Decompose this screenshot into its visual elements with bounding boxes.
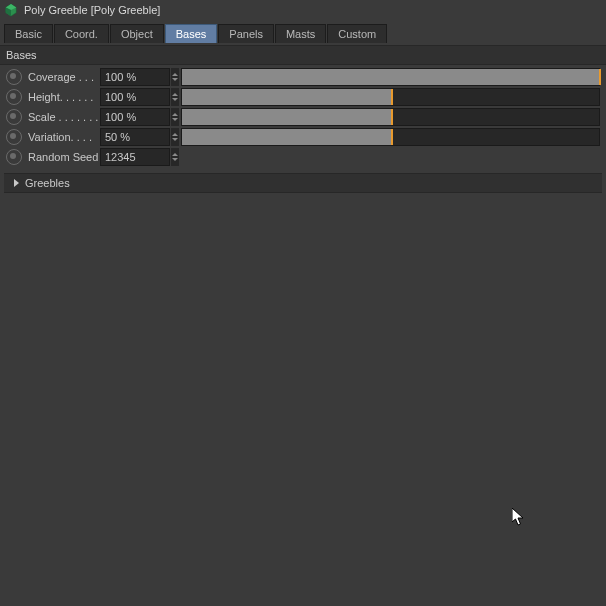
value-input[interactable]: 100 %: [100, 88, 170, 106]
spinner-control[interactable]: [171, 88, 179, 106]
slider-track[interactable]: [181, 88, 600, 106]
plugin-icon: [4, 3, 18, 17]
tab-basic[interactable]: Basic: [4, 24, 53, 43]
slider-track[interactable]: [181, 68, 600, 86]
expander-greebles[interactable]: Greebles: [4, 173, 602, 193]
mouse-cursor-icon: [512, 508, 528, 528]
triangle-right-icon: [14, 179, 19, 187]
prop-label: Scale . . . . . . .: [28, 111, 100, 123]
slider-track[interactable]: [181, 128, 600, 146]
window-title: Poly Greeble [Poly Greeble]: [24, 4, 160, 16]
slider-fill: [182, 129, 391, 145]
radio-icon[interactable]: [6, 129, 22, 145]
section-header-bases: Bases: [0, 45, 606, 65]
tab-panels[interactable]: Panels: [218, 24, 274, 43]
tab-coord[interactable]: Coord.: [54, 24, 109, 43]
tab-masts[interactable]: Masts: [275, 24, 326, 43]
tab-bar: BasicCoord.ObjectBasesPanelsMastsCustom: [0, 20, 606, 45]
spinner-control[interactable]: [171, 68, 179, 86]
value-input[interactable]: 50 %: [100, 128, 170, 146]
prop-label: Height. . . . . .: [28, 91, 100, 103]
prop-label: Random Seed: [28, 151, 100, 163]
tab-custom[interactable]: Custom: [327, 24, 387, 43]
slider-fill: [182, 69, 599, 85]
radio-icon[interactable]: [6, 89, 22, 105]
prop-row-2: Scale . . . . . . .100 %: [4, 107, 602, 127]
value-input[interactable]: 100 %: [100, 68, 170, 86]
properties-panel: Coverage . . .100 %Height. . . . . .100 …: [0, 65, 606, 169]
prop-row-3: Variation. . . .50 %: [4, 127, 602, 147]
prop-row-4: Random Seed12345: [4, 147, 602, 167]
tab-object[interactable]: Object: [110, 24, 164, 43]
expander-label: Greebles: [25, 177, 70, 189]
radio-icon[interactable]: [6, 109, 22, 125]
slider-fill: [182, 109, 391, 125]
prop-label: Coverage . . .: [28, 71, 100, 83]
prop-row-1: Height. . . . . .100 %: [4, 87, 602, 107]
prop-label: Variation. . . .: [28, 131, 100, 143]
tab-bases[interactable]: Bases: [165, 24, 218, 43]
value-input[interactable]: 12345: [100, 148, 170, 166]
prop-row-0: Coverage . . .100 %: [4, 67, 602, 87]
slider-track[interactable]: [181, 108, 600, 126]
spinner-control[interactable]: [171, 148, 179, 166]
value-input[interactable]: 100 %: [100, 108, 170, 126]
title-bar: Poly Greeble [Poly Greeble]: [0, 0, 606, 20]
radio-icon[interactable]: [6, 69, 22, 85]
spinner-control[interactable]: [171, 128, 179, 146]
slider-fill: [182, 89, 391, 105]
radio-icon[interactable]: [6, 149, 22, 165]
spinner-control[interactable]: [171, 108, 179, 126]
